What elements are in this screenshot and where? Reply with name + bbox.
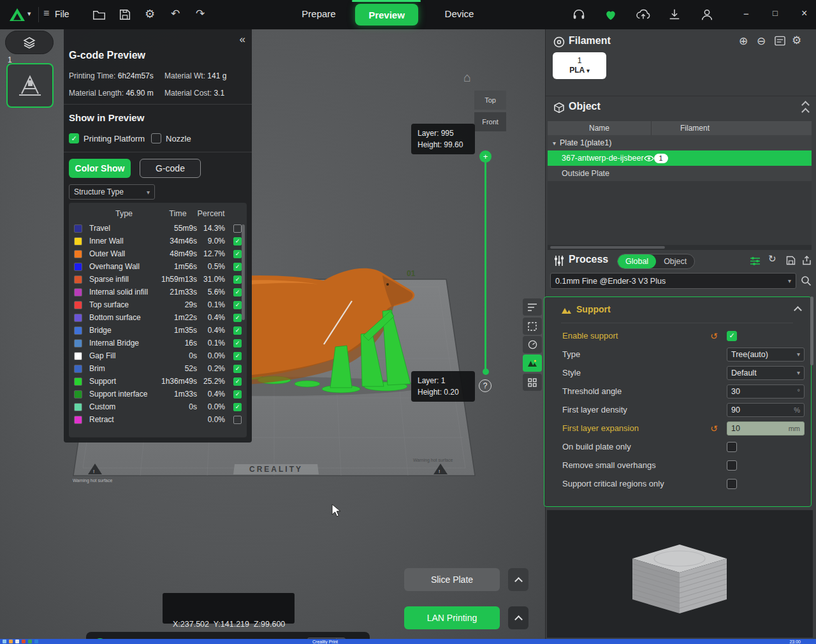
panel-scrollbar[interactable] [810, 296, 813, 365]
plate-group-row[interactable]: ▾ Plate 1(plate1) [548, 135, 812, 150]
process-tab-strength[interactable] [523, 318, 542, 335]
object-row-selected[interactable]: 367-antwerp-de-ijsbeer 1 [548, 150, 812, 166]
color-show-button[interactable]: Color Show [69, 159, 131, 178]
enable-support-checkbox[interactable]: ✓ [727, 331, 737, 341]
open-icon[interactable] [92, 8, 106, 21]
type-visibility-checkbox[interactable]: ✓ [233, 250, 242, 258]
slice-plate-button[interactable]: Slice Plate [404, 568, 500, 591]
hamburger-icon[interactable]: ≡ [43, 8, 49, 19]
gcode-button[interactable]: G-code [140, 159, 201, 178]
taskbar-icon[interactable] [28, 640, 32, 643]
settings-gear-icon[interactable]: ⚙ [145, 7, 155, 21]
type-visibility-checkbox[interactable] [233, 416, 242, 424]
type-visibility-checkbox[interactable]: ✓ [233, 275, 242, 284]
type-visibility-checkbox[interactable]: ✓ [233, 365, 242, 373]
help-icon[interactable]: ? [479, 379, 492, 392]
undo-icon[interactable]: ↶ [171, 7, 180, 20]
save-preset-icon[interactable] [786, 256, 796, 265]
expand-icon[interactable]: ▾ [553, 140, 556, 147]
type-visibility-checkbox[interactable]: ✓ [233, 352, 242, 360]
viewcube-top-button[interactable]: Top [474, 91, 506, 110]
taskbar-icon[interactable] [15, 640, 19, 643]
tab-device[interactable]: Device [432, 8, 486, 19]
filament-list-icon[interactable] [775, 36, 785, 46]
support-type-select[interactable]: Tree(auto) ▾ [727, 348, 805, 362]
support-critical-regions-checkbox[interactable]: ✓ [727, 479, 737, 489]
object-collapse-icon[interactable] [803, 102, 808, 115]
structure-type-select[interactable]: Structure Type ▾ [69, 184, 155, 200]
export-preset-icon[interactable] [802, 256, 812, 265]
add-filament-icon[interactable]: ⊕ [739, 34, 748, 48]
type-visibility-checkbox[interactable]: ✓ [233, 377, 242, 386]
object-hscrollbar[interactable] [548, 245, 812, 250]
cloud-upload-icon[interactable] [636, 8, 651, 22]
type-visibility-checkbox[interactable]: ✓ [233, 326, 242, 335]
type-visibility-checkbox[interactable]: ✓ [233, 314, 242, 322]
close-button[interactable]: × [801, 8, 807, 19]
preset-select[interactable]: 0.1mm Fine @Ender-3 V3 Plus ▾ [550, 273, 796, 289]
layer-slider-bottom-handle[interactable] [483, 369, 489, 375]
printing-platform-checkbox[interactable]: ✓ [69, 133, 79, 143]
windows-taskbar[interactable]: Creality Print 23:00 [0, 639, 816, 644]
process-tab-support[interactable] [523, 355, 542, 372]
tab-prepare[interactable]: Prepare [290, 8, 347, 19]
tab-object-scope[interactable]: Object [656, 254, 694, 268]
process-tab-quality[interactable] [523, 298, 542, 316]
reset-icon[interactable]: ↺ [710, 331, 727, 341]
first-layer-expansion-input[interactable]: 10 mm [727, 421, 805, 435]
remove-filament-icon[interactable]: ⊖ [757, 34, 766, 48]
support-headset-icon[interactable] [572, 8, 586, 22]
account-icon[interactable] [700, 8, 714, 22]
process-tab-speed[interactable] [523, 336, 542, 353]
taskbar-icon[interactable] [34, 640, 38, 643]
taskbar-icon[interactable] [22, 640, 26, 643]
print-options-button[interactable] [508, 606, 528, 629]
type-visibility-checkbox[interactable] [233, 224, 242, 233]
reset-icon[interactable]: ↺ [710, 423, 727, 434]
type-visibility-checkbox[interactable]: ✓ [233, 301, 242, 309]
remove-small-overhangs-checkbox[interactable]: ✓ [727, 460, 737, 471]
taskbar-icon[interactable] [9, 640, 13, 643]
home-view-icon[interactable]: ⌂ [463, 70, 471, 85]
layer-view-toggle[interactable] [5, 31, 54, 54]
tab-preview[interactable]: Preview [355, 4, 418, 26]
layer-slider-top-handle[interactable]: + [479, 150, 492, 163]
search-preset-icon[interactable] [801, 275, 812, 286]
taskbar-app-label[interactable]: Creality Print [312, 640, 338, 644]
first-layer-density-input[interactable]: 90 % [727, 403, 805, 417]
tune-params-icon[interactable] [750, 256, 761, 266]
slice-options-button[interactable] [508, 568, 528, 591]
lan-printing-button[interactable]: LAN Printing [404, 606, 500, 629]
reset-process-icon[interactable]: ↻ [768, 253, 776, 265]
minimize-button[interactable]: − [743, 8, 749, 19]
save-icon[interactable] [119, 8, 131, 21]
logo-chevron-icon[interactable]: ▾ [27, 10, 31, 18]
type-visibility-checkbox[interactable]: ✓ [233, 339, 242, 348]
type-visibility-checkbox[interactable]: ✓ [233, 237, 242, 245]
support-style-select[interactable]: Default ▾ [727, 366, 805, 380]
visibility-eye-icon[interactable] [644, 155, 654, 162]
creality-cloud-icon[interactable] [604, 8, 618, 22]
object-filament-badge[interactable]: 1 [654, 154, 668, 163]
table-scrollbar[interactable] [242, 224, 245, 320]
nozzle-checkbox[interactable]: ✓ [151, 133, 161, 143]
filament-slot-card[interactable]: 1 PLA ▾ [553, 52, 606, 79]
outside-plate-row[interactable]: Outside Plate [548, 166, 812, 181]
type-visibility-checkbox[interactable]: ✓ [233, 403, 242, 411]
taskbar-icon[interactable] [3, 640, 6, 643]
layer-slider-track[interactable] [484, 161, 486, 371]
panel-collapse-icon[interactable]: « [240, 33, 245, 46]
on-build-plate-only-checkbox[interactable]: ✓ [727, 442, 737, 452]
tab-global[interactable]: Global [618, 254, 656, 268]
process-tab-others[interactable] [523, 374, 542, 391]
creality-logo[interactable] [9, 6, 26, 23]
plate-thumbnail[interactable] [6, 63, 54, 108]
type-visibility-checkbox[interactable]: ✓ [233, 288, 242, 296]
support-collapse-icon[interactable] [794, 306, 802, 314]
threshold-angle-input[interactable]: 30 ° [727, 384, 805, 399]
filament-settings-gear-icon[interactable]: ⚙ [792, 34, 801, 47]
type-visibility-checkbox[interactable]: ✓ [233, 263, 242, 271]
redo-icon[interactable]: ↷ [196, 7, 205, 20]
download-icon[interactable] [668, 8, 681, 22]
viewcube-front-button[interactable]: Front [474, 112, 506, 131]
